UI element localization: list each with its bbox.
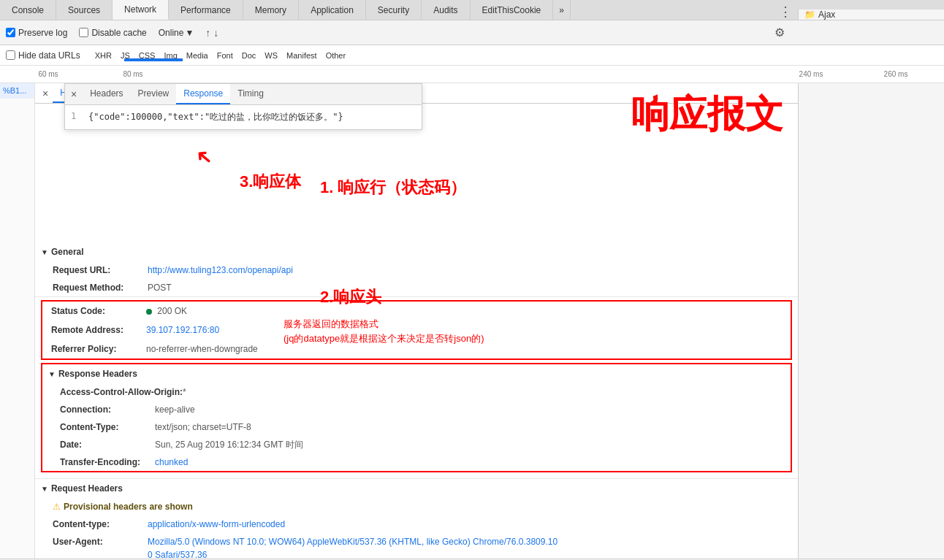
response-overlay: × Headers Preview Response Timing 1 {"co… [64, 83, 422, 130]
overlay-tab-timing[interactable]: Timing [230, 84, 271, 104]
tick-260: 260 ms [853, 70, 938, 78]
tab-more[interactable]: » [553, 0, 571, 20]
filter-media[interactable]: Media [183, 50, 211, 61]
main-content: %B1... 响应报文 × Headers Preview Response T… [0, 83, 944, 559]
status-code-label: Status Code: [51, 304, 146, 318]
request-headers-title: Request Headers [51, 483, 123, 494]
upload-icon[interactable]: ↑ [205, 27, 210, 39]
user-agent-row: User-Agent: Mozilla/5.0 (Windows NT 10.0… [35, 533, 798, 559]
request-method-value: POST [148, 281, 172, 294]
request-headers-header[interactable]: ▼ Request Headers [35, 479, 798, 498]
transfer-encoding-row: Transfer-Encoding: chunked [42, 453, 791, 471]
response-headers-triangle: ▼ [48, 370, 56, 378]
tab-security[interactable]: Security [366, 0, 422, 20]
overlay-close-btn[interactable]: × [65, 85, 83, 103]
filter-xhr[interactable]: XHR [92, 50, 115, 61]
ajax-text: Ajax [818, 9, 835, 20]
preserve-log-label[interactable]: Preserve log [6, 28, 67, 38]
ajax-label: 📁 Ajax [804, 9, 835, 20]
overlay-tab-headers[interactable]: Headers [83, 84, 130, 104]
overlay-content: 1 {"code":100000,"text":"吃过的盐，比你吃过的饭还多。"… [65, 105, 422, 129]
server-note-line1: 服务器返回的数据格式 [283, 317, 484, 331]
provisional-warning-text: Provisional headers are shown [64, 500, 193, 513]
right-panel [798, 83, 944, 559]
response-headers-header[interactable]: ▼ Response Headers [42, 364, 791, 383]
tab-application[interactable]: Application [299, 0, 366, 20]
timeline-bar: 60 ms 80 ms 240 ms 260 ms [0, 66, 944, 83]
tab-network[interactable]: Network [113, 0, 169, 20]
status-dot-green [146, 309, 152, 315]
content-type-value: text/json; charset=UTF-8 [155, 421, 251, 434]
list-item-api[interactable]: %B1... [0, 83, 34, 99]
status-code-value: 200 OK [146, 304, 187, 318]
remote-address-label: Remote Address: [51, 323, 146, 337]
top-tab-bar: Console Sources Network Performance Memo… [0, 0, 944, 20]
content-type-label: Content-Type: [60, 421, 155, 434]
general-section-header[interactable]: ▼ General [35, 242, 798, 261]
transfer-encoding-value: chunked [155, 456, 188, 469]
general-title: General [51, 247, 84, 257]
request-headers-triangle: ▼ [41, 485, 48, 493]
online-select[interactable]: Online ▼ [159, 28, 194, 38]
tick-80: 80 ms [91, 70, 175, 78]
content-type-req-value: application/x-www-form-urlencoded [148, 518, 285, 531]
tab-memory[interactable]: Memory [243, 0, 299, 20]
annotation-2-label: 2.响应头 [320, 286, 381, 308]
server-note-annotation: 服务器返回的数据格式 (jq的datatype就是根据这个来决定是否转json的… [283, 317, 484, 345]
response-line-1: 1 {"code":100000,"text":"吃过的盐，比你吃过的饭还多。"… [71, 111, 416, 123]
preserve-log-text: Preserve log [18, 28, 67, 38]
hide-data-urls-checkbox[interactable] [6, 50, 15, 60]
timeline-progress [124, 58, 183, 61]
response-headers-section: ▼ Response Headers Access-Control-Allow-… [41, 363, 792, 472]
disable-cache-checkbox[interactable] [79, 28, 88, 37]
filter-other[interactable]: Other [323, 50, 349, 61]
user-agent-label: User-Agent: [53, 535, 148, 559]
filter-ws[interactable]: WS [262, 50, 281, 61]
disable-cache-label[interactable]: Disable cache [79, 28, 146, 38]
details-panel: 响应报文 × Headers Preview Response Timing ×… [35, 83, 798, 559]
big-annotation-label: 响应报文 [631, 89, 783, 140]
toolbar-row: Preserve log Disable cache Online ▼ ↑ ↓ … [0, 20, 944, 45]
filter-bar: Hide data URLs XHR JS CSS Img Media Font… [0, 45, 944, 66]
tab-editthiscookie[interactable]: EditThisCookie [471, 0, 554, 20]
overlay-tab-response[interactable]: Response [176, 84, 230, 104]
left-request-list: %B1... [0, 83, 35, 559]
request-method-row: Request Method: POST [35, 279, 798, 296]
response-headers-title: Response Headers [58, 369, 137, 379]
settings-icon[interactable]: ⚙ [774, 26, 785, 39]
tab-console[interactable]: Console [0, 0, 56, 20]
connection-label: Connection: [60, 403, 155, 416]
right-panel-header: 📁 Ajax [798, 9, 944, 20]
content-type-req-label: Content-type: [53, 518, 148, 531]
devtools-more-icon[interactable]: ⋮ [779, 4, 792, 20]
connection-value: keep-alive [155, 403, 195, 416]
general-section: ▼ General Request URL: http://www.tuling… [35, 242, 798, 297]
filter-manifest[interactable]: Manifest [283, 50, 320, 61]
chevron-down-icon: ▼ [185, 28, 194, 38]
server-note-line2: (jq的datatype就是根据这个来决定是否转json的) [283, 331, 484, 346]
tab-performance[interactable]: Performance [169, 0, 243, 20]
access-control-label: Access-Control-Allow-Origin: [60, 386, 183, 399]
tab-audits[interactable]: Audits [422, 0, 470, 20]
red-arrow-icon: ➜ [190, 142, 218, 172]
content-type-req-row: Content-type: application/x-www-form-url… [35, 515, 798, 533]
preserve-log-checkbox[interactable] [6, 28, 15, 37]
date-row: Date: Sun, 25 Aug 2019 16:12:34 GMT 时间 [42, 436, 791, 453]
date-value: Sun, 25 Aug 2019 16:12:34 GMT 时间 [155, 438, 303, 451]
request-method-label: Request Method: [53, 281, 148, 294]
hide-data-urls-label[interactable]: Hide data URLs [6, 50, 80, 61]
folder-icon: 📁 [804, 9, 815, 20]
warning-triangle-icon: ⚠ [53, 500, 61, 513]
detail-tabs-close[interactable]: × [38, 85, 53, 102]
referrer-policy-label: Referrer Policy: [51, 342, 146, 356]
status-code-text: 200 OK [157, 306, 187, 316]
filter-font[interactable]: Font [214, 50, 236, 61]
download-icon[interactable]: ↓ [213, 27, 218, 39]
annotation-1-label: 1. 响应行（状态码） [320, 177, 466, 199]
overlay-tab-preview[interactable]: Preview [131, 84, 177, 104]
filter-doc[interactable]: Doc [239, 50, 259, 61]
content-type-row: Content-Type: text/json; charset=UTF-8 [42, 418, 791, 436]
date-label: Date: [60, 438, 155, 451]
annotation-3-label: 3.响应体 [240, 171, 301, 193]
tab-sources[interactable]: Sources [56, 0, 113, 20]
